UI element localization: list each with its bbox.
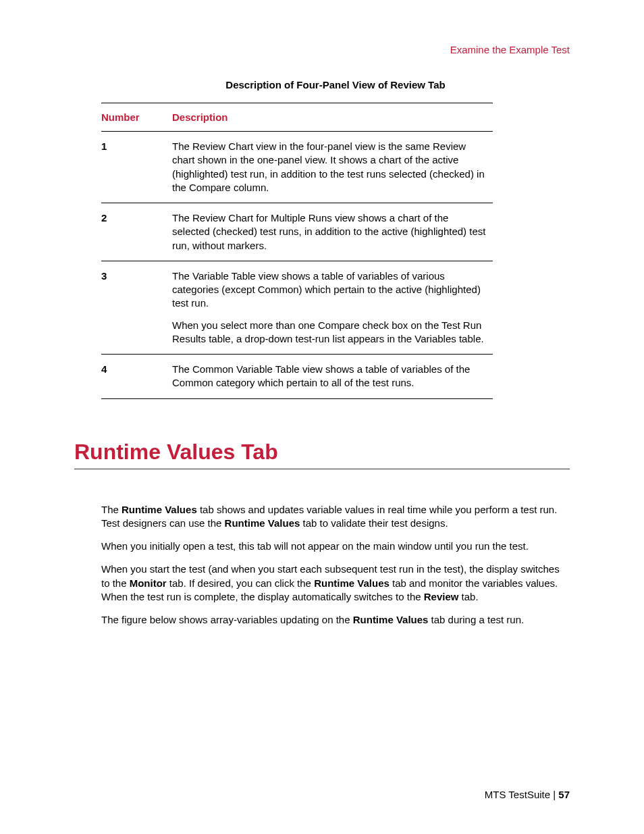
section-heading: Runtime Values Tab [74,440,570,469]
paragraph: The Runtime Values tab shows and updates… [101,503,570,531]
row-desc: The Variable Table view shows a table of… [172,261,493,354]
paragraph: When you start the test (and when you st… [101,563,570,604]
body-text: The Runtime Values tab shows and updates… [101,503,570,627]
table-row: 4 The Common Variable Table view shows a… [101,355,493,399]
paragraph: The figure below shows array-variables u… [101,613,570,627]
row-desc: The Review Chart for Multiple Runs view … [172,203,493,261]
row-desc: The Common Variable Table view shows a t… [172,355,493,399]
row-number: 4 [101,355,172,399]
header-link[interactable]: Examine the Example Test [74,44,570,55]
th-number: Number [101,103,172,132]
table-row: 3 The Variable Table view shows a table … [101,261,493,354]
table-caption: Description of Four-Panel View of Review… [74,79,570,90]
row-number: 2 [101,203,172,261]
footer: MTS TestSuite | 57 [485,789,570,800]
row-number: 3 [101,261,172,354]
row-number: 1 [101,132,172,203]
row-desc: The Review Chart view in the four-panel … [172,132,493,203]
description-table: Number Description 1 The Review Chart vi… [101,103,493,399]
paragraph: When you initially open a test, this tab… [101,540,570,553]
table-row: 1 The Review Chart view in the four-pane… [101,132,493,203]
table-row: 2 The Review Chart for Multiple Runs vie… [101,203,493,261]
th-description: Description [172,103,493,132]
